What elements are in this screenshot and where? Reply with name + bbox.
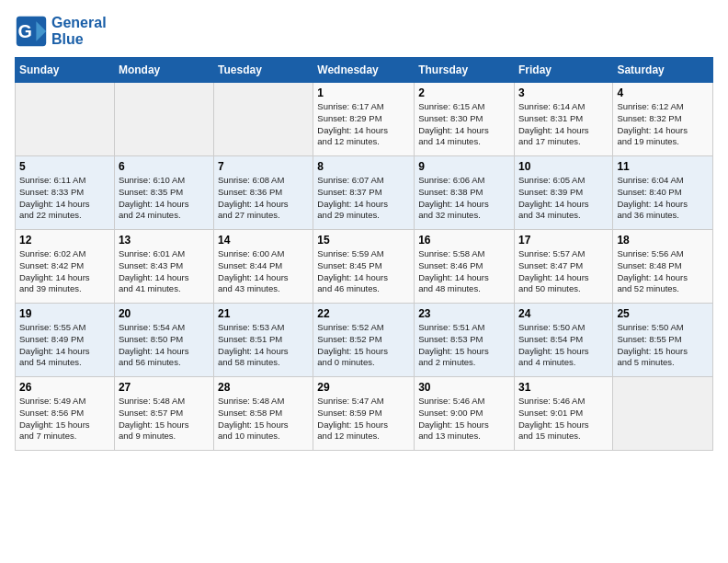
day-number: 5 — [19, 160, 110, 173]
day-info: Sunrise: 5:52 AM Sunset: 8:52 PM Dayligh… — [317, 322, 410, 369]
calendar-cell: 3Sunrise: 6:14 AM Sunset: 8:31 PM Daylig… — [514, 83, 612, 156]
calendar-table: SundayMondayTuesdayWednesdayThursdayFrid… — [15, 57, 713, 451]
calendar-cell — [613, 377, 713, 451]
day-info: Sunrise: 6:07 AM Sunset: 8:37 PM Dayligh… — [317, 175, 410, 222]
calendar-cell: 13Sunrise: 6:01 AM Sunset: 8:43 PM Dayli… — [114, 230, 213, 304]
day-number: 1 — [317, 86, 410, 99]
day-info: Sunrise: 5:46 AM Sunset: 9:00 PM Dayligh… — [418, 396, 510, 442]
calendar-cell: 21Sunrise: 5:53 AM Sunset: 8:51 PM Dayli… — [214, 304, 313, 377]
svg-text:G: G — [18, 21, 32, 41]
day-number: 20 — [119, 307, 210, 320]
day-info: Sunrise: 5:49 AM Sunset: 8:56 PM Dayligh… — [19, 396, 110, 442]
weekday-header-tuesday: Tuesday — [214, 58, 313, 83]
calendar-cell: 5Sunrise: 6:11 AM Sunset: 8:33 PM Daylig… — [16, 156, 115, 230]
day-info: Sunrise: 6:05 AM Sunset: 8:39 PM Dayligh… — [518, 175, 609, 222]
logo: G General Blue — [15, 15, 107, 48]
day-info: Sunrise: 6:00 AM Sunset: 8:44 PM Dayligh… — [218, 248, 309, 295]
calendar-body: 1Sunrise: 6:17 AM Sunset: 8:29 PM Daylig… — [16, 83, 713, 451]
day-number: 10 — [518, 160, 609, 173]
calendar-cell: 2Sunrise: 6:15 AM Sunset: 8:30 PM Daylig… — [415, 83, 515, 156]
day-info: Sunrise: 5:57 AM Sunset: 8:47 PM Dayligh… — [518, 248, 609, 295]
day-number: 23 — [418, 307, 510, 320]
day-number: 18 — [617, 234, 709, 247]
calendar-cell: 26Sunrise: 5:49 AM Sunset: 8:56 PM Dayli… — [16, 377, 115, 451]
calendar-cell: 23Sunrise: 5:51 AM Sunset: 8:53 PM Dayli… — [415, 304, 515, 377]
day-number: 22 — [317, 307, 410, 320]
calendar-cell: 24Sunrise: 5:50 AM Sunset: 8:54 PM Dayli… — [514, 304, 612, 377]
weekday-header-monday: Monday — [114, 58, 213, 83]
day-number: 3 — [518, 86, 609, 99]
day-number: 2 — [418, 86, 510, 99]
day-number: 13 — [119, 234, 210, 247]
page-header: G General Blue — [15, 15, 713, 48]
calendar-cell — [16, 83, 115, 156]
day-info: Sunrise: 5:46 AM Sunset: 9:01 PM Dayligh… — [518, 396, 609, 442]
calendar-cell: 11Sunrise: 6:04 AM Sunset: 8:40 PM Dayli… — [613, 156, 713, 230]
weekday-header-wednesday: Wednesday — [313, 58, 415, 83]
calendar-cell — [114, 83, 213, 156]
weekday-header-saturday: Saturday — [613, 58, 713, 83]
day-number: 6 — [119, 160, 210, 173]
calendar-cell: 18Sunrise: 5:56 AM Sunset: 8:48 PM Dayli… — [613, 230, 713, 304]
day-number: 21 — [218, 307, 309, 320]
day-info: Sunrise: 5:50 AM Sunset: 8:54 PM Dayligh… — [518, 322, 609, 369]
calendar-cell: 8Sunrise: 6:07 AM Sunset: 8:37 PM Daylig… — [313, 156, 415, 230]
day-info: Sunrise: 6:15 AM Sunset: 8:30 PM Dayligh… — [418, 101, 510, 148]
day-info: Sunrise: 5:56 AM Sunset: 8:48 PM Dayligh… — [617, 248, 709, 295]
day-number: 11 — [617, 160, 709, 173]
day-number: 4 — [617, 86, 709, 99]
calendar-cell: 25Sunrise: 5:50 AM Sunset: 8:55 PM Dayli… — [613, 304, 713, 377]
day-info: Sunrise: 5:53 AM Sunset: 8:51 PM Dayligh… — [218, 322, 309, 369]
day-number: 7 — [218, 160, 309, 173]
day-info: Sunrise: 6:04 AM Sunset: 8:40 PM Dayligh… — [617, 175, 709, 222]
day-number: 8 — [317, 160, 410, 173]
day-number: 12 — [19, 234, 110, 247]
day-number: 15 — [317, 234, 410, 247]
calendar-cell: 31Sunrise: 5:46 AM Sunset: 9:01 PM Dayli… — [514, 377, 612, 451]
day-info: Sunrise: 5:59 AM Sunset: 8:45 PM Dayligh… — [317, 248, 410, 295]
day-number: 19 — [19, 307, 110, 320]
calendar-cell: 29Sunrise: 5:47 AM Sunset: 8:59 PM Dayli… — [313, 377, 415, 451]
day-number: 30 — [418, 381, 510, 394]
calendar-cell: 16Sunrise: 5:58 AM Sunset: 8:46 PM Dayli… — [415, 230, 515, 304]
day-info: Sunrise: 6:06 AM Sunset: 8:38 PM Dayligh… — [418, 175, 510, 222]
calendar-cell: 22Sunrise: 5:52 AM Sunset: 8:52 PM Dayli… — [313, 304, 415, 377]
calendar-cell: 14Sunrise: 6:00 AM Sunset: 8:44 PM Dayli… — [214, 230, 313, 304]
day-info: Sunrise: 5:47 AM Sunset: 8:59 PM Dayligh… — [317, 396, 410, 442]
day-number: 17 — [518, 234, 609, 247]
calendar-cell: 30Sunrise: 5:46 AM Sunset: 9:00 PM Dayli… — [415, 377, 515, 451]
day-number: 14 — [218, 234, 309, 247]
day-info: Sunrise: 6:08 AM Sunset: 8:36 PM Dayligh… — [218, 175, 309, 222]
day-info: Sunrise: 6:12 AM Sunset: 8:32 PM Dayligh… — [617, 101, 709, 148]
day-number: 31 — [518, 381, 609, 394]
calendar-cell: 27Sunrise: 5:48 AM Sunset: 8:57 PM Dayli… — [114, 377, 213, 451]
weekday-header-sunday: Sunday — [16, 58, 115, 83]
calendar-cell: 20Sunrise: 5:54 AM Sunset: 8:50 PM Dayli… — [114, 304, 213, 377]
day-info: Sunrise: 5:48 AM Sunset: 8:58 PM Dayligh… — [218, 396, 309, 442]
day-info: Sunrise: 5:48 AM Sunset: 8:57 PM Dayligh… — [119, 396, 210, 442]
calendar-cell: 19Sunrise: 5:55 AM Sunset: 8:49 PM Dayli… — [16, 304, 115, 377]
day-info: Sunrise: 5:54 AM Sunset: 8:50 PM Dayligh… — [119, 322, 210, 369]
calendar-cell: 6Sunrise: 6:10 AM Sunset: 8:35 PM Daylig… — [114, 156, 213, 230]
day-number: 27 — [119, 381, 210, 394]
day-info: Sunrise: 5:50 AM Sunset: 8:55 PM Dayligh… — [617, 322, 709, 369]
day-number: 26 — [19, 381, 110, 394]
calendar-week-row: 12Sunrise: 6:02 AM Sunset: 8:42 PM Dayli… — [16, 230, 713, 304]
day-number: 28 — [218, 381, 309, 394]
weekday-header-friday: Friday — [514, 58, 612, 83]
day-info: Sunrise: 5:51 AM Sunset: 8:53 PM Dayligh… — [418, 322, 510, 369]
day-info: Sunrise: 5:55 AM Sunset: 8:49 PM Dayligh… — [19, 322, 110, 369]
day-info: Sunrise: 6:02 AM Sunset: 8:42 PM Dayligh… — [19, 248, 110, 295]
day-info: Sunrise: 6:17 AM Sunset: 8:29 PM Dayligh… — [317, 101, 410, 148]
day-number: 25 — [617, 307, 709, 320]
day-info: Sunrise: 6:01 AM Sunset: 8:43 PM Dayligh… — [119, 248, 210, 295]
day-number: 29 — [317, 381, 410, 394]
calendar-week-row: 19Sunrise: 5:55 AM Sunset: 8:49 PM Dayli… — [16, 304, 713, 377]
calendar-week-row: 26Sunrise: 5:49 AM Sunset: 8:56 PM Dayli… — [16, 377, 713, 451]
weekday-header-thursday: Thursday — [415, 58, 515, 83]
calendar-cell: 10Sunrise: 6:05 AM Sunset: 8:39 PM Dayli… — [514, 156, 612, 230]
day-info: Sunrise: 5:58 AM Sunset: 8:46 PM Dayligh… — [418, 248, 510, 295]
day-info: Sunrise: 6:10 AM Sunset: 8:35 PM Dayligh… — [119, 175, 210, 222]
weekday-header-row: SundayMondayTuesdayWednesdayThursdayFrid… — [16, 58, 713, 83]
calendar-cell — [214, 83, 313, 156]
